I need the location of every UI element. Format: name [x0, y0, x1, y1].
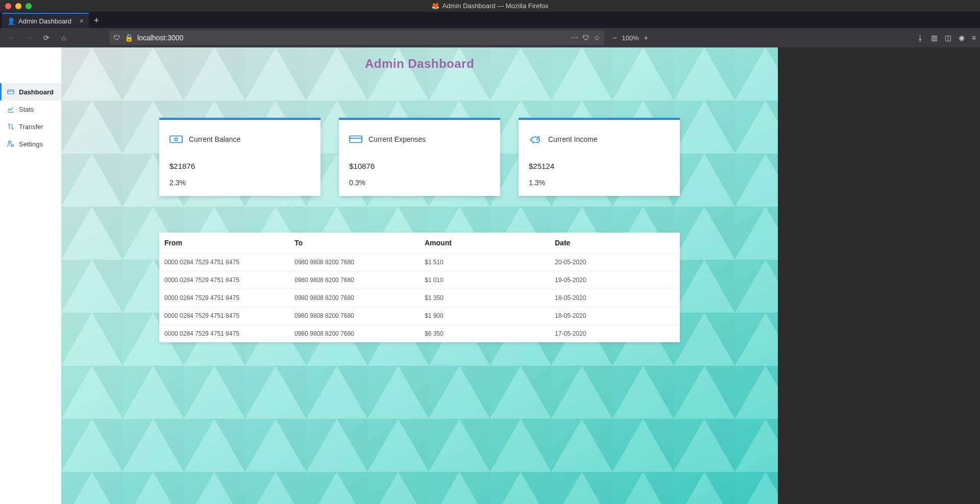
card-current-expenses: Current Expenses $10876 0.3% [339, 118, 500, 196]
settings-icon [7, 140, 15, 148]
account-icon[interactable]: ◉ [959, 34, 965, 42]
tab-title: Admin Dashboard [18, 17, 71, 25]
card-current-income: Current Income $25124 1.3% [519, 118, 680, 196]
dashboard-icon [7, 88, 15, 96]
transactions-table: From To Amount Date 0000 0284 7529 4751 … [159, 233, 680, 342]
window-title-text: Admin Dashboard — Mozilla Firefox [442, 2, 548, 10]
reader-mode-icon[interactable]: 🛡 [582, 34, 590, 42]
firefox-icon: 🦊 [431, 2, 439, 10]
cell-date: 17-05-2020 [550, 325, 680, 343]
cell-date: 20-05-2020 [550, 254, 680, 271]
viewport-gutter [778, 47, 980, 504]
window-minimize-button[interactable] [15, 3, 21, 9]
svg-point-7 [11, 144, 13, 146]
table-row: 0000 0284 7529 4751 84750980 9808 8200 7… [159, 325, 680, 343]
th-date: Date [550, 233, 680, 254]
cell-to: 0980 9808 8200 7680 [289, 325, 420, 343]
cell-amount: $1 350 [420, 289, 550, 307]
zoom-in-button[interactable]: + [644, 34, 648, 42]
sidebar: Dashboard Stats Transfer Settings [0, 47, 61, 504]
stats-icon [7, 105, 15, 113]
url-bar[interactable]: 🛡 🔒 localhost:3000 ⋯ 🛡 ☆ [109, 31, 604, 45]
tab-admin-dashboard[interactable]: 👤 Admin Dashboard × [2, 13, 89, 28]
svg-point-6 [8, 141, 11, 144]
sidebar-item-label: Dashboard [19, 88, 54, 96]
tab-favicon: 👤 [7, 17, 15, 25]
table-row: 0000 0284 7529 4751 84750980 9808 8200 7… [159, 271, 680, 289]
lock-icon: 🔒 [125, 34, 133, 42]
sidebar-item-dashboard[interactable]: Dashboard [0, 83, 61, 100]
sidebar-item-label: Settings [19, 140, 43, 148]
card-percent: 2.3% [169, 179, 310, 187]
th-from: From [159, 233, 289, 254]
card-value: $21876 [169, 162, 310, 170]
cell-amount: $1 510 [420, 254, 550, 271]
cell-date: 18-05-2020 [550, 307, 680, 325]
svg-point-11 [531, 137, 540, 142]
sidebar-item-label: Transfer [19, 123, 43, 131]
card-title: Current Balance [189, 135, 240, 143]
svg-rect-10 [350, 136, 362, 143]
card-value: $10876 [349, 162, 490, 170]
cell-amount: $1 010 [420, 271, 550, 289]
cash-icon [169, 134, 183, 144]
card-title: Current Expenses [369, 135, 426, 143]
cell-from: 0000 0284 7529 4751 8475 [159, 307, 289, 325]
sidebar-icon[interactable]: ◫ [945, 34, 951, 42]
sidebar-item-label: Stats [19, 106, 34, 113]
cell-from: 0000 0284 7529 4751 8475 [159, 271, 289, 289]
zoom-level: 100% [622, 34, 639, 42]
cell-from: 0000 0284 7529 4751 8475 [159, 254, 289, 271]
sidebar-item-settings[interactable]: Settings [0, 135, 61, 153]
cell-date: 19-05-2020 [550, 271, 680, 289]
transfer-icon [7, 122, 15, 131]
window-title-bar: 🦊 Admin Dashboard — Mozilla Firefox [0, 0, 980, 12]
download-icon[interactable]: ⭳ [917, 34, 924, 42]
hamburger-menu-icon[interactable]: ≡ [972, 34, 976, 42]
sidebar-item-stats[interactable]: Stats [0, 100, 61, 118]
card-title: Current Income [548, 135, 597, 143]
svg-point-12 [537, 139, 538, 140]
card-percent: 1.3% [529, 179, 670, 187]
svg-point-9 [175, 138, 178, 141]
piggy-bank-icon [529, 134, 542, 144]
cell-date: 18-05-2020 [550, 289, 680, 307]
table-row: 0000 0284 7529 4751 84750980 9808 8200 7… [159, 254, 680, 271]
zoom-out-button[interactable]: − [612, 34, 617, 42]
library-icon[interactable]: ▥ [931, 34, 938, 42]
sidebar-item-transfer[interactable]: Transfer [0, 118, 61, 135]
svg-rect-5 [8, 90, 14, 94]
window-maximize-button[interactable] [26, 3, 32, 9]
reload-button[interactable]: ⟳ [39, 31, 54, 45]
table-row: 0000 0284 7529 4751 84750980 9808 8200 7… [159, 307, 680, 325]
card-percent: 0.3% [349, 179, 490, 187]
url-text: localhost:3000 [137, 34, 183, 42]
browser-toolbar: ← → ⟳ ⌂ 🛡 🔒 localhost:3000 ⋯ 🛡 ☆ − 100% … [0, 28, 980, 47]
cell-to: 0980 9808 8200 7680 [289, 254, 420, 271]
cell-to: 0980 9808 8200 7680 [289, 307, 420, 325]
window-close-button[interactable] [5, 3, 11, 9]
card-current-balance: Current Balance $21876 2.3% [159, 118, 321, 196]
th-to: To [289, 233, 420, 254]
back-button[interactable]: ← [4, 31, 19, 45]
card-value: $25124 [529, 162, 670, 170]
new-tab-button[interactable]: + [89, 13, 104, 28]
cell-amount: $6 350 [420, 325, 550, 343]
cell-from: 0000 0284 7529 4751 8475 [159, 325, 289, 343]
table-row: 0000 0284 7529 4751 84750980 9808 8200 7… [159, 289, 680, 307]
shield-icon: 🛡 [113, 34, 120, 42]
cell-to: 0980 9808 8200 7680 [289, 289, 420, 307]
svg-rect-8 [170, 136, 182, 143]
bookmark-star-icon[interactable]: ☆ [594, 34, 600, 42]
th-amount: Amount [420, 233, 550, 254]
credit-card-icon [349, 134, 362, 144]
tab-close-button[interactable]: × [80, 17, 84, 25]
tab-strip: 👤 Admin Dashboard × + [0, 12, 980, 28]
cell-from: 0000 0284 7529 4751 8475 [159, 289, 289, 307]
home-button[interactable]: ⌂ [56, 31, 71, 45]
page-title: Admin Dashboard [61, 47, 778, 71]
forward-button[interactable]: → [21, 31, 37, 45]
cell-to: 0980 9808 8200 7680 [289, 271, 420, 289]
cell-amount: $1 900 [420, 307, 550, 325]
meatball-menu-icon[interactable]: ⋯ [571, 34, 578, 42]
